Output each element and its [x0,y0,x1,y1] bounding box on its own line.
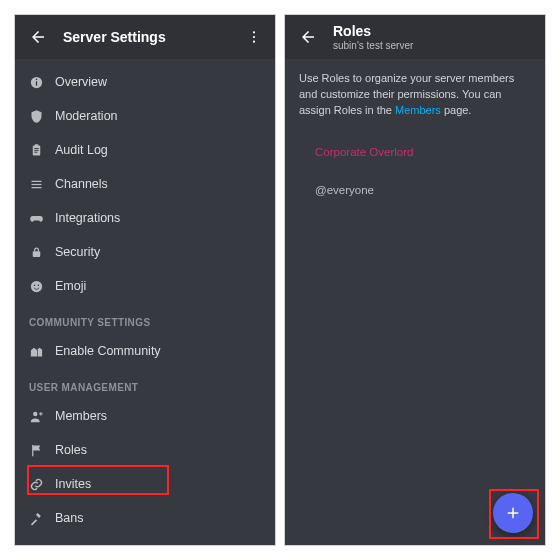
back-button[interactable] [297,26,319,48]
svg-rect-20 [40,412,41,416]
svg-rect-5 [36,78,37,79]
flag-icon [29,443,55,458]
svg-point-0 [253,31,255,33]
section-header-user: USER MANAGEMENT [15,368,275,399]
svg-rect-14 [33,251,41,257]
server-settings-header: Server Settings [15,15,275,59]
add-role-button[interactable] [493,493,533,533]
svg-rect-7 [35,144,39,146]
nav-label: Bans [55,511,84,525]
roles-header: Roles subin's test server [285,15,545,59]
nav-label: Audit Log [55,143,108,157]
lock-icon [29,245,55,260]
back-button[interactable] [27,26,49,48]
list-icon [29,177,55,192]
svg-rect-13 [32,187,42,188]
page-subtitle: subin's test server [333,40,413,51]
hammer-icon [29,511,55,526]
nav-label: Moderation [55,109,118,123]
nav-label: Overview [55,75,107,89]
nav-label: Integrations [55,211,120,225]
nav-item-members[interactable]: Members [15,399,275,433]
svg-rect-10 [34,151,37,152]
svg-point-16 [34,284,36,286]
nav-item-moderation[interactable]: Moderation [15,99,275,133]
smile-icon [29,279,55,294]
svg-point-15 [31,280,42,291]
nav-item-integrations[interactable]: Integrations [15,201,275,235]
nav-label: Channels [55,177,108,191]
nav-item-channels[interactable]: Channels [15,167,275,201]
svg-rect-9 [34,149,38,150]
nav-item-emoji[interactable]: Emoji [15,269,275,303]
svg-point-1 [253,36,255,38]
settings-nav: Overview Moderation Audit Log Channels I… [15,59,275,545]
role-name: Corporate Overlord [315,146,413,158]
arrow-left-icon [299,28,317,46]
roles-screen: Roles subin's test server Use Roles to o… [284,14,546,546]
nav-item-security[interactable]: Security [15,235,275,269]
link-icon [29,477,55,492]
section-header-community: COMMUNITY SETTINGS [15,303,275,334]
plus-icon [504,504,522,522]
nav-label: Roles [55,443,87,457]
nav-label: Security [55,245,100,259]
town-icon [29,344,55,359]
nav-item-overview[interactable]: Overview [15,65,275,99]
svg-point-2 [253,41,255,43]
page-title: Server Settings [63,29,166,45]
overflow-menu-button[interactable] [245,29,263,45]
roles-description: Use Roles to organize your server member… [285,59,545,133]
svg-point-18 [33,411,37,415]
members-link[interactable]: Members [395,104,441,116]
nav-item-roles[interactable]: Roles [15,433,275,467]
svg-rect-4 [36,81,37,85]
nav-item-bans[interactable]: Bans [15,501,275,535]
page-title: Roles [333,23,413,39]
desc-text: page. [441,104,472,116]
svg-rect-12 [32,183,42,184]
nav-label: Emoji [55,279,86,293]
nav-label: Invites [55,477,91,491]
nav-label: Enable Community [55,344,161,358]
server-settings-screen: Server Settings Overview Moderation Audi… [14,14,276,546]
clipboard-icon [29,143,55,158]
nav-label: Members [55,409,107,423]
more-vertical-icon [246,29,262,45]
nav-item-audit-log[interactable]: Audit Log [15,133,275,167]
role-row-everyone[interactable]: @everyone [285,171,545,209]
shield-icon [29,109,55,124]
nav-item-invites[interactable]: Invites [15,467,275,501]
svg-point-17 [38,284,40,286]
svg-rect-11 [32,180,42,181]
person-icon [29,409,55,424]
role-name: @everyone [315,184,374,196]
svg-rect-8 [34,148,38,149]
nav-item-enable-community[interactable]: Enable Community [15,334,275,368]
info-icon [29,75,55,90]
arrow-left-icon [29,28,47,46]
role-row-corporate-overlord[interactable]: Corporate Overlord [285,133,545,171]
gamepad-icon [29,211,55,226]
